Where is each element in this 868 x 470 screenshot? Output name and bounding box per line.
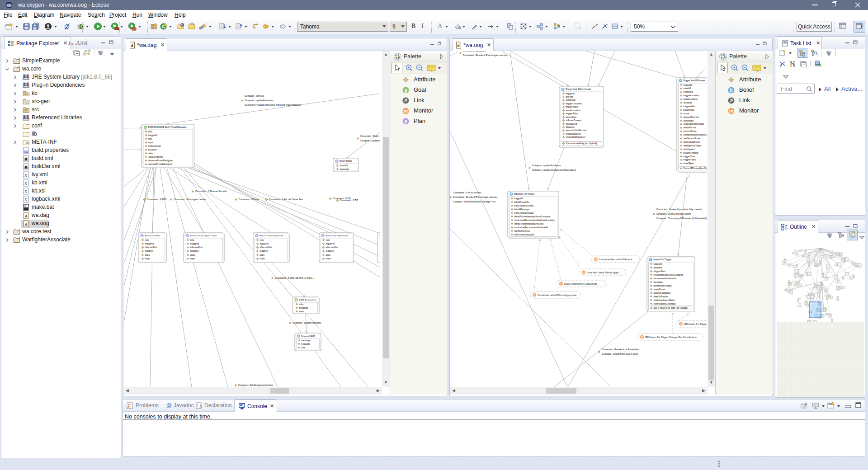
svg-text:Trigger And ISR Asset: Trigger And ISR Asset <box>683 80 705 82</box>
svg-text:lethalRecommendedAssetLocation: lethalRecommendedAssetLocation <box>514 216 551 218</box>
svg-text:alias: alias <box>145 254 150 256</box>
svg-text:azimuthFromWarfighter: azimuthFromWarfighter <box>148 163 173 165</box>
svg-text:triggerLocation: triggerLocation <box>566 103 582 105</box>
svg-text:Coordinate Non Lethal Effects: Coordinate Non Lethal Effects A... <box>599 258 634 261</box>
svg-text:PERFORMANCE Each Threat Manage: PERFORMANCE Each Threat Managed <box>148 126 187 128</box>
svg-text:topic: topic <box>145 258 151 260</box>
svg-text:Trigger And Effects Asset: Trigger And Effects Asset <box>566 88 591 90</box>
svg-text:Actions On Insurgent Leader: Actions On Insurgent Leader <box>190 235 217 237</box>
svg-text:rawSensorScore: rawSensorScore <box>684 137 701 140</box>
svg-text:Compute : updateAttributes: Compute : updateAttributes <box>245 99 274 102</box>
svg-text:triggerAlias: triggerAlias <box>684 105 696 108</box>
svg-text:nonLethalAssetIds: nonLethalAssetIds <box>514 205 534 207</box>
svg-text:m: m <box>595 258 597 260</box>
svg-text:assetType: assetType <box>684 162 694 164</box>
svg-text:observedTime: observedTime <box>148 156 163 158</box>
svg-text:assetLocation: assetLocation <box>684 98 698 100</box>
svg-text:triggerId: triggerId <box>566 93 575 95</box>
svg-text:triggerTopic: triggerTopic <box>684 159 696 161</box>
svg-text:role: role <box>299 303 303 306</box>
svg-text:triggerTime: triggerTime <box>684 155 696 158</box>
svg-text:effectedUnit: effectedUnit <box>148 145 161 147</box>
svg-text:Request DART: Request DART <box>301 335 315 337</box>
svg-text:g: g <box>404 88 407 93</box>
svg-text:distance: distance <box>566 126 575 128</box>
svg-text:triggerLocation: triggerLocation <box>684 94 699 97</box>
svg-text:assetLocation: assetLocation <box>566 109 580 112</box>
svg-text:m: m <box>641 335 643 338</box>
svg-text:alias: alias <box>190 254 195 256</box>
svg-text:triggerAlias: triggerAlias <box>654 270 666 273</box>
svg-text:rawArrivalScore: rawArrivalScore <box>684 141 700 143</box>
svg-text:nonLethalMessage: nonLethalMessage <box>514 212 534 214</box>
svg-text:alias: alias <box>299 310 304 313</box>
svg-text:recommendedAssetLocation: recommendedAssetLocation <box>654 274 684 276</box>
svg-text:Coordinate Lethal Effects Aggr: Coordinate Lethal Effects Aggregriate <box>538 294 577 296</box>
svg-text:topic: topic <box>260 258 265 260</box>
svg-text:recommendedAssetId: recommendedAssetId <box>654 277 676 280</box>
svg-text:g: g <box>145 126 146 128</box>
svg-text:Constraint : If Insurgent Lead: Constraint : If Insurgent Leader <box>174 198 206 201</box>
svg-text:message: message <box>340 168 349 170</box>
svg-text:message: message <box>654 281 663 283</box>
svg-text:intelligenceTypes: intelligenceTypes <box>684 145 702 147</box>
svg-text:Constraint : If TIC: Constraint : If TIC <box>340 199 359 202</box>
svg-text:role: role <box>145 239 149 241</box>
svg-text:alias: alias <box>148 152 153 155</box>
svg-text:allAssetsEvaluated: allAssetsEvaluated <box>514 234 534 236</box>
svg-text:effectedUnit: effectedUnit <box>145 246 158 249</box>
svg-text:ISR Assets For Trigger Changed: ISR Assets For Trigger Changed For Coord… <box>645 336 697 338</box>
svg-text:nonLethalCategory: nonLethalCategory <box>566 136 586 138</box>
svg-text:lethalAssetIds: lethalAssetIds <box>514 201 529 203</box>
svg-text:Issue Lethal Effects Aggregria: Issue Lethal Effects Aggregriate <box>564 283 597 285</box>
svg-text:sensorScore: sensorScore <box>684 130 697 132</box>
svg-text:triggerId: triggerId <box>190 243 199 245</box>
svg-text:assetId: assetId <box>684 87 691 89</box>
svg-text:role: role <box>260 239 264 241</box>
svg-text:Compute : Choose top ISR asset: Compute : Choose top ISR assets <box>656 213 691 215</box>
svg-text:nonLethalRecommendedAssetLocat: nonLethalRecommendedAssetLocation <box>514 219 555 221</box>
svg-text:assetAlias: assetAlias <box>684 109 694 111</box>
svg-text:assetIsrTaskId: assetIsrTaskId <box>684 152 698 154</box>
svg-text:role: role <box>148 131 152 133</box>
svg-text:message: message <box>302 339 311 342</box>
svg-text:location: location <box>148 149 156 151</box>
svg-text:windspeed: windspeed <box>566 123 577 125</box>
svg-text:triggerId: triggerId <box>514 197 524 200</box>
svg-text:triggerId: triggerId <box>654 263 663 265</box>
svg-text:d: d <box>25 214 27 218</box>
svg-text:ISR Assets For Trigger Ch: ISR Assets For Trigger Ch <box>684 323 707 325</box>
svg-text:triggerId: triggerId <box>299 307 308 309</box>
svg-text:Effectors For Trigger: Effectors For Trigger <box>514 193 535 195</box>
svg-text:Constraint : If CDR, S3, PLT,: Constraint : If CDR, S3, PLT, or SOG... <box>275 277 314 279</box>
svg-text:viableIsrAssetsExist: viableIsrAssetsExist <box>654 299 675 301</box>
svg-text:isInNoFireArea: isInNoFireArea <box>514 230 530 232</box>
svg-text:Compute : updateAttributes: Compute : updateAttributes <box>292 322 321 324</box>
svg-text:secondsUntilArrival: secondsUntilArrival <box>566 129 586 132</box>
svg-text:Score ISR asset [on Upd: Score ISR asset [on Upd <box>684 167 707 169</box>
svg-text:location: location <box>145 250 153 252</box>
svg-text:Divert Traffic: Divert Traffic <box>340 160 353 162</box>
svg-text:secondsUntilArrival: secondsUntilArrival <box>684 123 704 125</box>
svg-text:Compute : updateAttributes: Compute : updateAttributes <box>532 164 561 167</box>
svg-text:assetCount: assetCount <box>654 288 666 291</box>
svg-text:role: role <box>190 239 194 241</box>
svg-text:m: m <box>404 108 408 113</box>
svg-text:triggerId: triggerId <box>145 243 154 245</box>
svg-text:g: g <box>295 298 297 301</box>
svg-text:m: m <box>680 322 682 325</box>
svg-text:symbolId: symbolId <box>566 99 576 101</box>
svg-text:X: X <box>24 190 27 194</box>
svg-text:effectedUnit: effectedUnit <box>190 246 203 249</box>
svg-text:Constraint : Revoke if no R ma: Constraint : Revoke if no R matches <box>602 348 639 351</box>
svg-text:X: X <box>24 198 27 202</box>
svg-text:Compute : Set Management times: Compute : Set Management times <box>238 384 273 386</box>
svg-text:m: m <box>729 108 733 113</box>
svg-text:arrivalScore: arrivalScore <box>684 127 696 129</box>
svg-text:role: role <box>302 347 306 349</box>
svg-text:reportId: reportId <box>340 164 348 167</box>
svg-text:Actions On POO: Actions On POO <box>145 235 160 237</box>
svg-text:Compute : drilldownHasIsrCover: Compute : drilldownHasIsrCoverage = no <box>453 201 495 203</box>
svg-text:assetIds: assetIds <box>654 267 663 269</box>
svg-text:lethalRecommendedAssetId: lethalRecommendedAssetId <box>514 223 543 225</box>
